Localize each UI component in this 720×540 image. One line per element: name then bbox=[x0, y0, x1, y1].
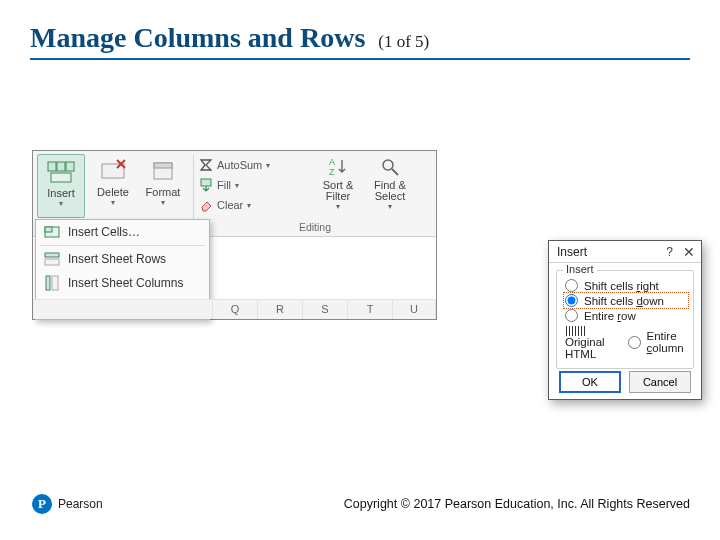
delete-button[interactable]: Delete ▾ bbox=[89, 154, 137, 218]
radio-shift-down[interactable] bbox=[565, 294, 578, 307]
menu-insert-rows[interactable]: Insert Sheet Rows bbox=[36, 247, 209, 271]
svg-rect-0 bbox=[48, 162, 56, 171]
pearson-badge-icon: P bbox=[32, 494, 52, 514]
page-title: Manage Columns and Rows (1 of 5) bbox=[30, 22, 429, 54]
svg-rect-2 bbox=[66, 162, 74, 171]
chevron-down-icon: ▾ bbox=[139, 198, 187, 207]
column-headers-row: Q R S T U bbox=[33, 299, 436, 319]
insert-option-group: Insert Shift cells right Shift cells dow… bbox=[556, 270, 694, 369]
chevron-down-icon: ▾ bbox=[235, 181, 239, 190]
insert-label: Insert bbox=[38, 187, 84, 199]
search-icon bbox=[379, 156, 401, 178]
radio-shift-right[interactable] bbox=[565, 279, 578, 292]
sort-icon: A Z bbox=[327, 156, 349, 178]
title-pager: (1 of 5) bbox=[378, 32, 429, 51]
find-select-button[interactable]: Find & Select ▾ bbox=[367, 156, 413, 211]
menu-separator bbox=[40, 245, 205, 246]
fill-down-icon bbox=[199, 178, 213, 192]
opt-entire-row[interactable]: Entire row bbox=[565, 309, 687, 322]
menu-insert-cells-label: Insert Cells… bbox=[68, 225, 140, 239]
svg-rect-16 bbox=[45, 253, 59, 257]
fill-label: Fill bbox=[217, 179, 231, 191]
help-icon[interactable]: ? bbox=[666, 245, 673, 259]
chevron-down-icon: ▾ bbox=[89, 198, 137, 207]
chevron-down-icon: ▾ bbox=[247, 201, 251, 210]
menu-insert-rows-label: Insert Sheet Rows bbox=[68, 252, 166, 266]
svg-rect-19 bbox=[52, 276, 58, 290]
eraser-icon bbox=[199, 198, 213, 212]
sort-label2: Filter bbox=[315, 191, 361, 202]
pearson-word: Pearson bbox=[58, 497, 103, 511]
clear-button[interactable]: Clear ▾ bbox=[199, 196, 251, 214]
svg-text:Z: Z bbox=[329, 167, 335, 177]
insert-columns-icon bbox=[44, 275, 60, 291]
excel-ribbon-screenshot: Insert ▾ Delete ▾ bbox=[32, 150, 437, 320]
dialog-title-text: Insert bbox=[557, 245, 587, 259]
svg-rect-18 bbox=[46, 276, 50, 290]
editing-group: AutoSum ▾ Fill ▾ Clear ▾ A Z bbox=[197, 154, 433, 234]
svg-point-12 bbox=[383, 160, 393, 170]
sigma-icon bbox=[199, 158, 213, 172]
cancel-button[interactable]: Cancel bbox=[629, 371, 691, 393]
insert-rows-icon bbox=[44, 251, 60, 267]
fill-button[interactable]: Fill ▾ bbox=[199, 176, 239, 194]
clear-label: Clear bbox=[217, 199, 243, 211]
slide-footer: P Pearson Copyright © 2017 Pearson Educa… bbox=[32, 494, 690, 514]
svg-text:A: A bbox=[329, 157, 335, 167]
copyright-text: Copyright © 2017 Pearson Education, Inc.… bbox=[344, 497, 690, 511]
svg-rect-1 bbox=[57, 162, 65, 171]
col-T[interactable]: T bbox=[348, 299, 393, 319]
opt-shift-down[interactable]: Shift cells down bbox=[565, 294, 687, 307]
insert-button[interactable]: Insert ▾ bbox=[37, 154, 85, 218]
radio-entire-row[interactable] bbox=[565, 309, 578, 322]
radio-entire-column[interactable] bbox=[628, 336, 641, 349]
menu-insert-columns[interactable]: Insert Sheet Columns bbox=[36, 271, 209, 295]
col-R[interactable]: R bbox=[258, 299, 303, 319]
format-button[interactable]: Format ▾ bbox=[139, 154, 187, 218]
col-U[interactable]: U bbox=[393, 299, 436, 319]
dialog-titlebar: Insert ? ✕ bbox=[549, 241, 701, 263]
chevron-down-icon: ▾ bbox=[315, 202, 361, 211]
delete-label: Delete bbox=[89, 186, 137, 198]
format-label: Format bbox=[139, 186, 187, 198]
chevron-down-icon: ▾ bbox=[367, 202, 413, 211]
chevron-down-icon: ▾ bbox=[266, 161, 270, 170]
svg-rect-17 bbox=[45, 259, 59, 265]
editing-caption: Editing bbox=[197, 221, 433, 233]
svg-rect-4 bbox=[102, 164, 124, 178]
menu-insert-columns-label: Insert Sheet Columns bbox=[68, 276, 183, 290]
autosum-label: AutoSum bbox=[217, 159, 262, 171]
insert-cells-icon bbox=[47, 159, 75, 185]
close-icon[interactable]: ✕ bbox=[683, 244, 695, 260]
sort-filter-button[interactable]: A Z Sort & Filter ▾ bbox=[315, 156, 361, 211]
svg-rect-15 bbox=[45, 227, 52, 232]
autosum-button[interactable]: AutoSum ▾ bbox=[199, 156, 270, 174]
chevron-down-icon: ▾ bbox=[38, 199, 84, 208]
svg-rect-8 bbox=[154, 163, 172, 168]
ok-button[interactable]: OK bbox=[559, 371, 621, 393]
col-S[interactable]: S bbox=[303, 299, 348, 319]
opt-entire-column[interactable]: ||||||| Original HTML Entire column bbox=[565, 324, 687, 360]
opt-shift-right[interactable]: Shift cells right bbox=[565, 279, 687, 292]
svg-rect-9 bbox=[201, 179, 211, 186]
svg-line-13 bbox=[392, 169, 398, 175]
group-legend: Insert bbox=[563, 263, 597, 275]
title-text: Manage Columns and Rows bbox=[30, 22, 365, 53]
delete-cells-icon bbox=[99, 158, 127, 184]
svg-rect-3 bbox=[51, 173, 71, 182]
pearson-logo: P Pearson bbox=[32, 494, 103, 514]
title-underline bbox=[30, 58, 690, 60]
insert-cells-icon bbox=[44, 224, 60, 240]
format-cells-icon bbox=[149, 158, 177, 184]
find-label2: Select bbox=[367, 191, 413, 202]
col-Q[interactable]: Q bbox=[213, 299, 258, 319]
insert-dialog: Insert ? ✕ Insert Shift cells right Shif… bbox=[548, 240, 702, 400]
dialog-buttons: OK Cancel bbox=[549, 371, 701, 393]
menu-insert-cells[interactable]: Insert Cells… bbox=[36, 220, 209, 244]
